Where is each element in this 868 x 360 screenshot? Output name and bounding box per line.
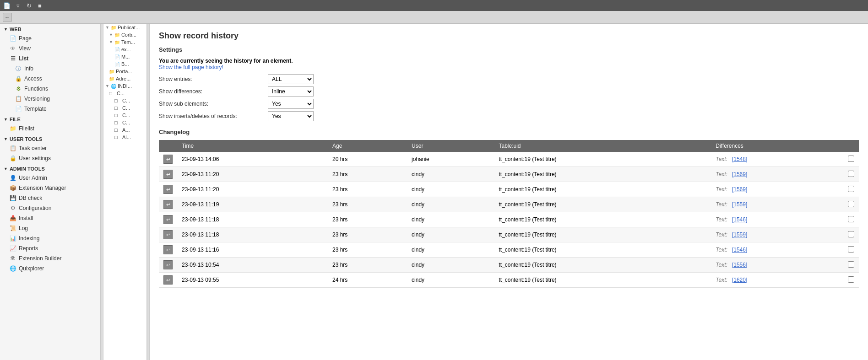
- tree-item-b[interactable]: 📄 B...: [103, 60, 146, 68]
- sidebar-item-dbcheck[interactable]: 💾 DB check: [0, 193, 100, 203]
- sidebar-item-extbuilder[interactable]: 🛠 Extension Builder: [0, 253, 100, 263]
- tree-item-a1[interactable]: □ A...: [103, 126, 146, 134]
- tree-item-ai[interactable]: □ Ai...: [103, 134, 146, 141]
- sidebar-item-page[interactable]: 📄 Page: [0, 33, 100, 43]
- sidebar-label-info: Info: [24, 65, 33, 72]
- row-diff-link[interactable]: [1556]: [732, 262, 747, 268]
- row-diff-link[interactable]: [1569]: [732, 186, 747, 193]
- tree-checkbox-c1[interactable]: □: [109, 91, 115, 96]
- tree-item-c1[interactable]: □ C...: [103, 90, 146, 97]
- sidebar-item-filelist[interactable]: 📁 Filelist: [0, 124, 100, 134]
- tree-item-adre[interactable]: 📁 Adre...: [103, 75, 146, 82]
- row-diff-link[interactable]: [1559]: [732, 201, 747, 208]
- row-checkbox[interactable]: [848, 201, 854, 207]
- row-checkbox[interactable]: [848, 276, 854, 283]
- tree-item-c4[interactable]: □ C...: [103, 112, 146, 119]
- tree-checkbox-c5[interactable]: □: [114, 120, 121, 125]
- row-checkbox-cell[interactable]: [843, 227, 859, 242]
- page-icon: 📄: [9, 35, 16, 42]
- sidebar-item-info[interactable]: ⓘ Info: [0, 64, 100, 74]
- row-age: 23 hrs: [328, 227, 407, 242]
- bookmark-toolbar-icon[interactable]: ■: [36, 1, 44, 10]
- tree-checkbox-c3[interactable]: □: [114, 105, 121, 111]
- sidebar-item-access[interactable]: 🔒 Access: [0, 74, 100, 84]
- row-action-icon[interactable]: ↩: [159, 258, 177, 273]
- row-checkbox-cell[interactable]: [843, 273, 859, 288]
- sidebar-item-list[interactable]: ☰ List: [0, 54, 100, 64]
- sidebar-item-template[interactable]: 📄 Template: [0, 104, 100, 114]
- row-checkbox[interactable]: [848, 156, 854, 162]
- tree-checkbox-c4[interactable]: □: [114, 113, 121, 118]
- col-header-checkbox: [843, 140, 859, 152]
- row-checkbox[interactable]: [848, 261, 854, 268]
- row-checkbox[interactable]: [848, 171, 854, 177]
- sidebar-item-usersettings[interactable]: 🔒 User settings: [0, 153, 100, 163]
- inserts-label: Show inserts/deletes of records:: [159, 113, 264, 119]
- tree-item-corb[interactable]: ▼ 📁 Corb...: [103, 31, 146, 38]
- subelements-select[interactable]: Yes No: [268, 99, 314, 109]
- row-checkbox[interactable]: [848, 186, 854, 192]
- row-action-icon[interactable]: ↩: [159, 167, 177, 182]
- col-header-icon: [159, 140, 177, 152]
- tree-item-publicat[interactable]: ▼ 📁 Publicat...: [103, 24, 146, 31]
- tree-checkbox-ai[interactable]: □: [114, 134, 121, 140]
- sidebar-item-useradmin[interactable]: 👤 User Admin: [0, 173, 100, 183]
- inserts-select[interactable]: Yes No: [268, 111, 314, 121]
- row-differences: Text: [1556]: [711, 258, 843, 273]
- entries-select[interactable]: ALL 10 25 50: [268, 74, 314, 84]
- tree-folder-icon: 📁: [111, 25, 116, 30]
- row-diff-link[interactable]: [1546]: [732, 216, 747, 223]
- tree-item-indi[interactable]: ▼ 🌐 INDI...: [103, 82, 146, 90]
- tree-checkbox-a1[interactable]: □: [114, 127, 121, 133]
- row-action-icon[interactable]: ↩: [159, 227, 177, 242]
- row-diff-link[interactable]: [1620]: [732, 277, 747, 283]
- tree-checkbox-c2[interactable]: □: [114, 98, 121, 103]
- sidebar-item-install[interactable]: 📥 Install: [0, 213, 100, 223]
- row-action-icon[interactable]: ↩: [159, 242, 177, 258]
- row-checkbox[interactable]: [848, 246, 854, 253]
- row-checkbox[interactable]: [848, 216, 854, 222]
- tree-item-c2[interactable]: □ C...: [103, 97, 146, 104]
- sidebar-item-reports[interactable]: 📈 Reports: [0, 243, 100, 253]
- sidebar-item-extmgr[interactable]: 📦 Extension Manager: [0, 183, 100, 193]
- tree-item-porta[interactable]: 📁 Porta...: [103, 68, 146, 75]
- page-toolbar-icon[interactable]: 📄: [3, 1, 11, 10]
- row-checkbox[interactable]: [848, 231, 854, 237]
- sidebar-item-quixplorer[interactable]: 🌐 Quixplorer: [0, 263, 100, 274]
- row-action-icon[interactable]: ↩: [159, 212, 177, 227]
- row-action-icon[interactable]: ↩: [159, 152, 177, 167]
- row-diff-link[interactable]: [1569]: [732, 171, 747, 177]
- tree-item-c3[interactable]: □ C...: [103, 104, 146, 112]
- row-checkbox-cell[interactable]: [843, 212, 859, 227]
- back-button[interactable]: ←: [3, 13, 12, 22]
- refresh-toolbar-icon[interactable]: ↻: [25, 1, 33, 10]
- sidebar-item-indexing[interactable]: 📊 Indexing: [0, 233, 100, 243]
- differences-select[interactable]: Inline Split: [268, 86, 314, 97]
- row-action-icon[interactable]: ↩: [159, 182, 177, 197]
- sidebar-item-log[interactable]: 📜 Log: [0, 223, 100, 233]
- tree-item-ex[interactable]: 📄 ex...: [103, 46, 146, 53]
- row-checkbox-cell[interactable]: [843, 167, 859, 182]
- row-checkbox-cell[interactable]: [843, 197, 859, 212]
- row-diff-link[interactable]: [1559]: [732, 231, 747, 238]
- row-diff-link[interactable]: [1546]: [732, 247, 747, 253]
- full-page-history-link[interactable]: Show the full page history!: [159, 64, 223, 70]
- filter-toolbar-icon[interactable]: ▿: [14, 1, 22, 10]
- sidebar-item-functions[interactable]: ⚙ Functions: [0, 84, 100, 94]
- row-action-icon[interactable]: ↩: [159, 273, 177, 288]
- sidebar-item-config[interactable]: ⚙ Configuration: [0, 203, 100, 213]
- indexing-icon: 📊: [9, 235, 16, 242]
- tree-item-tem[interactable]: ▼ 📁 Tem...: [103, 38, 146, 46]
- row-checkbox-cell[interactable]: [843, 258, 859, 273]
- row-action-icon[interactable]: ↩: [159, 197, 177, 212]
- sidebar-item-taskcenter[interactable]: 📋 Task center: [0, 143, 100, 153]
- sidebar-item-versioning[interactable]: 📋 Versioning: [0, 94, 100, 104]
- row-checkbox-cell[interactable]: [843, 182, 859, 197]
- row-diff-link[interactable]: [1548]: [732, 156, 747, 162]
- row-time: 23-09-13 14:06: [177, 152, 328, 167]
- row-checkbox-cell[interactable]: [843, 242, 859, 258]
- tree-item-m[interactable]: 📄 M...: [103, 53, 146, 60]
- row-checkbox-cell[interactable]: [843, 152, 859, 167]
- sidebar-item-view[interactable]: 👁 View: [0, 43, 100, 54]
- tree-item-c5[interactable]: □ C...: [103, 119, 146, 126]
